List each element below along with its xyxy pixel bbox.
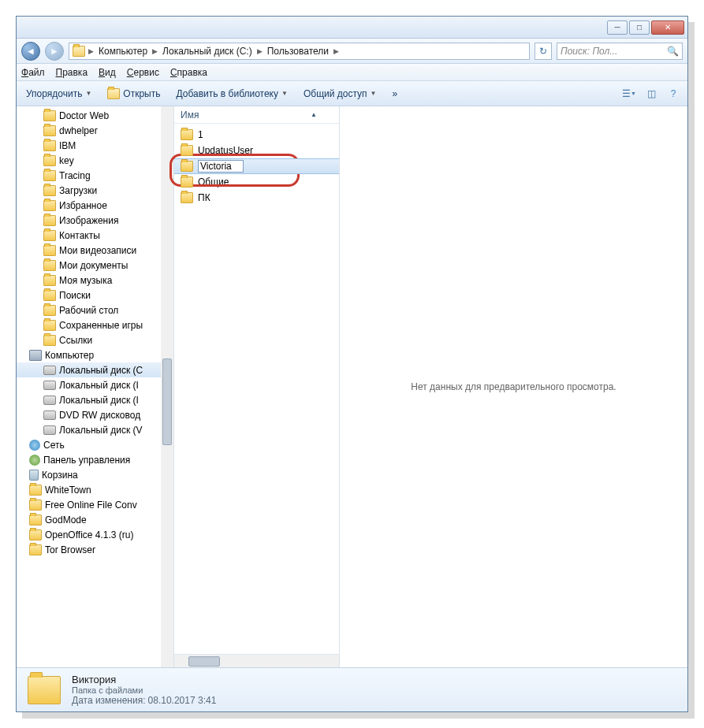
tree-item[interactable]: IBM	[17, 138, 173, 153]
control-panel-icon	[29, 455, 40, 466]
tree-item[interactable]: Моя музыка	[17, 273, 173, 288]
tree-item-label: GodMode	[45, 514, 87, 526]
status-item-date: Дата изменения: 08.10.2017 3:41	[72, 695, 216, 706]
file-item[interactable]: Общие	[174, 174, 339, 190]
view-options-button[interactable]: ☰▼	[621, 86, 637, 102]
folder-icon	[43, 110, 56, 121]
tree-item[interactable]: Локальный диск (I	[17, 377, 173, 392]
status-bar: Виктория Папка с файлами Дата изменения:…	[17, 667, 687, 711]
tree-item[interactable]: Локальный диск (I	[17, 392, 173, 407]
tree-item[interactable]: Изображения	[17, 213, 173, 228]
tree-item[interactable]: Сеть	[17, 437, 173, 452]
list-hscrollbar[interactable]	[174, 654, 339, 667]
tree-item[interactable]: Рабочий стол	[17, 303, 173, 318]
chevron-down-icon: ▼	[371, 90, 377, 97]
close-button[interactable]: ✕	[651, 20, 684, 35]
menubar: Файл Правка Вид Сервис Справка	[17, 64, 687, 81]
tree-item[interactable]: OpenOffice 4.1.3 (ru)	[17, 527, 173, 542]
refresh-button[interactable]: ↻	[535, 43, 552, 60]
tree-item-label: Мои видеозаписи	[59, 245, 136, 256]
menu-service[interactable]: Сервис	[127, 67, 159, 78]
hscroll-thumb[interactable]	[188, 656, 220, 667]
tree-item[interactable]: Поиски	[17, 288, 173, 303]
tree-item[interactable]: Мои документы	[17, 258, 173, 273]
overflow-button[interactable]: »	[389, 87, 400, 101]
folder-icon	[43, 260, 56, 271]
scrollbar-thumb[interactable]	[162, 358, 172, 445]
tree-item[interactable]: WhiteTown	[17, 482, 173, 497]
tree-item[interactable]: Избранное	[17, 198, 173, 213]
rename-input[interactable]	[200, 161, 241, 172]
tree-item[interactable]: Free Online File Conv	[17, 497, 173, 512]
tree-item[interactable]: Локальный диск (C	[17, 362, 173, 377]
tree-item[interactable]: Ссылки	[17, 332, 173, 347]
menu-view[interactable]: Вид	[99, 67, 116, 78]
tree-item[interactable]: Мои видеозаписи	[17, 243, 173, 258]
search-placeholder: Поиск: Пол...	[561, 46, 617, 57]
file-item[interactable]: UpdatusUser	[174, 143, 339, 158]
status-folder-icon	[28, 676, 61, 704]
folder-icon	[181, 176, 193, 188]
tree-item-label: Корзина	[42, 470, 78, 481]
tree-item[interactable]: Локальный диск (V	[17, 422, 173, 437]
menu-edit[interactable]: Правка	[56, 67, 88, 78]
breadcrumb-disk[interactable]: Локальный диск (C:)	[161, 46, 254, 57]
tree-item[interactable]: GodMode	[17, 512, 173, 527]
menu-file[interactable]: Файл	[21, 67, 45, 78]
preview-pane-button[interactable]: ◫	[643, 86, 659, 102]
tree-item-label: Изображения	[59, 215, 118, 226]
help-button[interactable]: ?	[665, 86, 681, 102]
tree-item[interactable]: Панель управления	[17, 452, 173, 467]
tree-item[interactable]: key	[17, 153, 173, 168]
menu-help[interactable]: Справка	[170, 67, 207, 78]
rename-input-wrapper	[198, 160, 244, 173]
maximize-button[interactable]: □	[629, 20, 650, 35]
status-item-type: Папка с файлами	[72, 685, 216, 695]
breadcrumb-users[interactable]: Пользователи	[266, 46, 330, 57]
file-list: Имя ▲ 1UpdatusUserОбщиеПК	[174, 106, 340, 667]
tree-item[interactable]: Tracing	[17, 168, 173, 183]
back-button[interactable]: ◄	[21, 42, 40, 61]
folder-icon	[181, 129, 193, 140]
tree-item[interactable]: Tor Browser	[17, 542, 173, 557]
file-item[interactable]: 1	[174, 127, 339, 143]
column-header-name[interactable]: Имя ▲	[174, 106, 339, 124]
folder-icon	[43, 155, 56, 166]
overflow-label: »	[392, 88, 397, 99]
tree-scrollbar[interactable]	[161, 106, 173, 667]
drive-icon	[43, 381, 56, 390]
address-bar[interactable]: ▶ Компьютер ▶ Локальный диск (C:) ▶ Поль…	[69, 43, 530, 60]
titlebar: ─ □ ✕	[17, 17, 687, 39]
search-icon: 🔍	[667, 46, 679, 57]
tree-item[interactable]: dwhelper	[17, 123, 173, 138]
tree-item-label: Панель управления	[43, 455, 130, 466]
tree-item-label: Сохраненные игры	[59, 320, 143, 331]
tree-item[interactable]: Doctor Web	[17, 108, 173, 123]
chevron-down-icon: ▼	[85, 90, 91, 97]
tree-item[interactable]: Корзина	[17, 467, 173, 482]
forward-button[interactable]: ►	[45, 42, 64, 61]
drive-icon	[43, 410, 56, 420]
tree-item[interactable]: Контакты	[17, 228, 173, 243]
file-item[interactable]	[174, 158, 339, 174]
folder-icon	[43, 290, 56, 301]
tree-item[interactable]: Загрузки	[17, 183, 173, 198]
drive-icon	[43, 396, 56, 405]
file-item-label: ПК	[198, 192, 210, 203]
tree-item[interactable]: Компьютер	[17, 347, 173, 362]
tree-item-label: Моя музыка	[59, 275, 112, 286]
toolbar: Упорядочить ▼ Открыть Добавить в библиот…	[17, 81, 687, 106]
add-library-button[interactable]: Добавить в библиотеку ▼	[173, 87, 290, 101]
open-button[interactable]: Открыть	[104, 87, 163, 101]
folder-icon	[43, 305, 56, 316]
tree-item[interactable]: Сохраненные игры	[17, 318, 173, 332]
nav-tree[interactable]: Doctor WebdwhelperIBMkeyTracingЗагрузкиИ…	[17, 106, 174, 667]
share-button[interactable]: Общий доступ ▼	[300, 87, 380, 101]
search-input[interactable]: Поиск: Пол... 🔍	[557, 43, 683, 60]
breadcrumb-computer[interactable]: Компьютер	[97, 46, 149, 57]
organize-button[interactable]: Упорядочить ▼	[23, 87, 95, 101]
tree-item[interactable]: DVD RW дисковод	[17, 407, 173, 422]
minimize-button[interactable]: ─	[607, 20, 628, 35]
file-list-body[interactable]: 1UpdatusUserОбщиеПК	[174, 124, 339, 654]
file-item[interactable]: ПК	[174, 190, 339, 206]
